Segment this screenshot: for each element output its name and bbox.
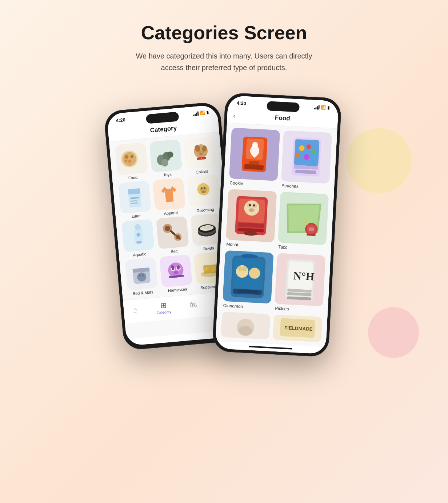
cat-img-collars xyxy=(184,136,217,169)
food-item-fieldmade[interactable]: FIELDMADE xyxy=(273,314,322,342)
cat-img-grooming xyxy=(187,174,220,208)
page-title: Categories Screen xyxy=(7,22,441,44)
nav-home[interactable]: ⌂ xyxy=(133,306,138,314)
signal-icon-2 xyxy=(314,105,320,109)
status-icons-1: 📶 ▮ xyxy=(193,110,209,116)
cat-img-toys xyxy=(149,139,182,172)
status-time-2: 4:20 xyxy=(237,100,247,106)
back-button[interactable]: ‹ xyxy=(233,112,236,120)
cat-label-toys: Toys xyxy=(163,172,172,177)
cat-item-apparel[interactable]: Apparel xyxy=(152,178,187,217)
cart-icon: 🛍 xyxy=(189,301,197,310)
food-label-cookie: Cookie xyxy=(229,180,277,188)
cat-label-belt: Belt xyxy=(171,249,178,254)
home-icon: ⌂ xyxy=(133,306,138,314)
nav-cart[interactable]: 🛍 xyxy=(189,301,197,310)
cat-label-litter: Litter xyxy=(132,213,141,218)
cat-img-litter xyxy=(118,181,151,214)
phones-container: 4:20 📶 ▮ Categor xyxy=(0,84,448,380)
battery-icon-2: ▮ xyxy=(327,105,330,110)
svg-rect-23 xyxy=(128,188,140,195)
page-wrapper: Categories Screen We have categorized th… xyxy=(0,0,448,380)
cat-label-apparel: Apparel xyxy=(164,210,178,216)
cat-item-belt[interactable]: Belt xyxy=(155,216,191,255)
phone-2-screen: ‹ Food xyxy=(216,106,338,347)
nav-category-label: Category xyxy=(156,310,171,315)
cat-label-collars: Collars xyxy=(196,169,208,174)
cat-item-harnesses[interactable]: Harnesses xyxy=(158,254,194,293)
cat-item-aquatic[interactable]: Aquatic xyxy=(120,219,156,258)
status-icons-2: 📶 ▮ xyxy=(314,105,330,110)
cat-item-food[interactable]: Food xyxy=(114,142,149,181)
deco-circle-pink xyxy=(368,307,419,358)
page-header: Categories Screen We have categorized th… xyxy=(0,0,448,84)
food-item-peaches[interactable]: Peaches xyxy=(281,130,332,191)
cat-img-bedmats xyxy=(125,257,158,290)
wifi-icon-1: 📶 xyxy=(200,110,205,116)
food-item-cinnamon[interactable]: Cinnamon xyxy=(222,250,273,311)
food-label-pickles: Pickles xyxy=(274,306,323,313)
food-item-taco[interactable]: Taco xyxy=(277,192,329,252)
phone-2-inner: 4:20 📶 ▮ ‹ xyxy=(215,96,339,354)
food-item-cookie[interactable]: Cookie xyxy=(229,128,280,188)
food-grid: Cookie xyxy=(216,123,337,347)
category-title: Category xyxy=(150,125,177,134)
svg-rect-81 xyxy=(244,164,264,170)
cat-label-food: Food xyxy=(128,175,137,180)
cat-img-belt xyxy=(156,216,189,249)
cat-img-apparel xyxy=(153,178,186,211)
cat-img-food xyxy=(115,142,148,175)
category-grid: Food xyxy=(109,132,233,301)
cat-label-harnesses: Harnesses xyxy=(168,287,187,293)
food-item-pickles[interactable]: N°H Pickles xyxy=(274,253,325,313)
grid-icon: ⊞ xyxy=(160,301,167,310)
cat-item-litter[interactable]: Litter xyxy=(117,181,153,220)
food-item-mochi[interactable]: Mochi xyxy=(225,189,277,249)
phone-2: 4:20 📶 ▮ ‹ xyxy=(212,92,342,357)
status-time-1: 4:20 xyxy=(116,117,125,123)
cat-label-bedmats: Bed & Mats xyxy=(132,290,153,296)
food-item-7[interactable] xyxy=(221,311,270,339)
page-subtitle: We have categorized this into many. User… xyxy=(133,50,315,73)
wifi-icon-2: 📶 xyxy=(321,105,326,110)
food-label-cinnamon: Cinnamon xyxy=(222,303,271,310)
cat-label-grooming: Grooming xyxy=(196,207,214,213)
svg-rect-108 xyxy=(308,227,314,231)
home-indicator-2 xyxy=(249,346,292,349)
deco-circle-yellow xyxy=(346,128,412,193)
battery-icon-1: ▮ xyxy=(206,110,209,115)
nav-category[interactable]: ⊞ Category xyxy=(156,300,172,315)
cat-img-aquatic xyxy=(121,219,155,252)
food-label-taco: Taco xyxy=(277,244,326,252)
food-label-peaches: Peaches xyxy=(281,183,329,190)
signal-icon-1 xyxy=(193,111,199,116)
cat-label-aquatic: Aquatic xyxy=(133,252,147,257)
cat-item-grooming[interactable]: Grooming xyxy=(186,174,222,213)
cat-item-collars[interactable]: Collars xyxy=(183,136,219,175)
food-title: Food xyxy=(233,112,332,124)
cat-label-bowls: Bowls xyxy=(203,246,214,251)
cat-item-bedmats[interactable]: Bed & Mats xyxy=(124,257,159,296)
cat-item-toys[interactable]: Toys xyxy=(148,139,184,178)
food-label-mochi: Mochi xyxy=(225,242,274,249)
dynamic-island-2 xyxy=(267,101,300,112)
svg-text:N°H: N°H xyxy=(293,270,315,283)
cat-img-harnesses xyxy=(159,254,192,287)
